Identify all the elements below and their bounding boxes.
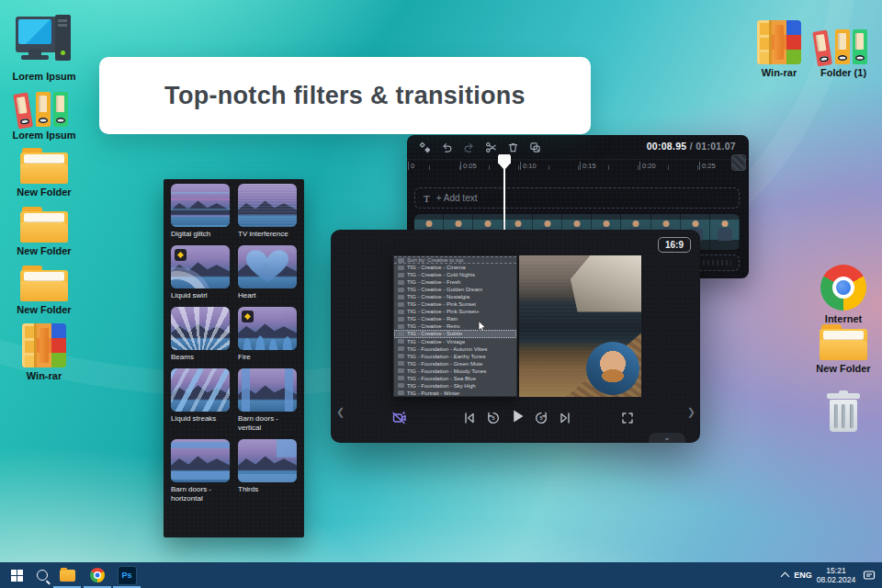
desktop-icon-new-folder-2[interactable]: New Folder — [9, 204, 79, 257]
taskbar-time: 15:21 — [826, 566, 845, 575]
timeline-zoom-chip[interactable] — [731, 154, 746, 171]
playback-controls: 5 5 — [331, 404, 700, 432]
filter-list-row[interactable]: TIG - Creative - Cinema — [394, 264, 516, 271]
filter-list-row[interactable]: TIG - Creative - Nostalgia — [394, 293, 516, 300]
filter-item[interactable]: Heart — [238, 245, 297, 300]
filter-thumbnail — [171, 245, 230, 288]
filter-item[interactable]: Barn doors - horizontal — [171, 439, 230, 503]
filter-item[interactable]: Fire — [238, 307, 297, 362]
premium-badge — [175, 249, 187, 261]
premium-badge — [242, 311, 254, 322]
timeline-toolbar: 00:08.95 / 01:01.07 — [407, 135, 749, 160]
filter-list-row[interactable]: TIG - Creative - Subtle — [394, 330, 516, 337]
taskbar-chrome-button[interactable] — [86, 562, 108, 588]
winrar-icon — [9, 322, 79, 368]
desktop-icon-binders[interactable]: Lorem Ipsum — [9, 88, 79, 141]
filter-list-row[interactable]: TIG - Foundation - Moody Tones — [394, 368, 516, 375]
desktop-icon-new-folder-1[interactable]: New Folder — [9, 145, 79, 198]
filter-label: Digital glitch — [171, 230, 230, 239]
desktop-icon-winrar[interactable]: Win-rar — [9, 322, 79, 382]
filter-item[interactable]: TV interference — [238, 184, 297, 239]
filter-list-row[interactable]: TIG - Foundation - Sea Blue — [394, 375, 516, 382]
filter-thumbnail — [238, 368, 297, 412]
taskbar-clock[interactable]: 15:21 08.02.2024 — [812, 562, 860, 588]
filter-thumbnail — [238, 439, 297, 482]
text-track-add-text[interactable]: T + Add text — [414, 187, 740, 209]
filter-list-row[interactable]: TIG - Creative - Pink Sunset+ — [394, 308, 516, 315]
folder-icon — [9, 263, 79, 301]
ruler-tick: 0:10 — [520, 162, 537, 170]
filter-effect-overlay — [171, 368, 230, 412]
desktop-icon-new-folder-right[interactable]: New Folder — [810, 322, 876, 375]
scissors-icon[interactable] — [484, 141, 497, 153]
duplicate-icon[interactable] — [528, 141, 541, 153]
start-button[interactable] — [6, 562, 28, 588]
desktop-icon-label: Win-rar — [744, 67, 814, 79]
filter-thumbnail — [238, 307, 297, 350]
redo-icon[interactable] — [462, 141, 475, 153]
filter-label: Heart — [238, 291, 297, 300]
desktop-icon-internet[interactable]: Internet — [810, 263, 876, 325]
filter-item[interactable]: Digital glitch — [171, 184, 230, 239]
desktop-icon-label: Lorem Ipsum — [9, 130, 79, 141]
trash-icon[interactable] — [506, 141, 519, 153]
filter-thumbnail — [238, 245, 297, 288]
taskbar-photoshop-button[interactable]: Ps — [116, 562, 138, 588]
filter-item[interactable]: Beams — [171, 307, 230, 362]
collapse-chevron-button[interactable]: ⌄ — [649, 433, 685, 443]
filter-item[interactable]: Barn doors - vertical — [238, 368, 297, 433]
filter-label: Barn doors - vertical — [238, 414, 297, 433]
filter-list-row[interactable]: Sort by: Creative to top — [394, 256, 516, 264]
undo-icon[interactable] — [440, 141, 453, 153]
filter-list-row[interactable]: TIG - Portrait - Winter — [394, 390, 516, 397]
transitions-icon[interactable] — [418, 141, 431, 153]
taskbar-explorer-button[interactable] — [56, 562, 78, 588]
fullscreen-icon[interactable] — [617, 408, 638, 428]
skip-end-icon[interactable] — [555, 408, 575, 428]
headline-banner: Top-notch filters & transitions — [99, 57, 591, 134]
filter-list-row[interactable]: TIG - Creative - Retro — [394, 322, 516, 330]
magic-camera-icon[interactable] — [390, 408, 410, 428]
computer-icon — [9, 15, 79, 68]
timeline-ruler[interactable]: 00:050:100:150:200:25 — [407, 159, 749, 177]
desktop-icon-winrar-2[interactable]: Win-rar — [744, 17, 814, 79]
filter-list: Sort by: Creative to topTIG - Creative -… — [393, 255, 517, 397]
filter-list-row[interactable]: TIG - Creative - Vintage — [394, 338, 516, 345]
webcam-overlay — [586, 342, 639, 395]
filter-list-row[interactable]: TIG - Foundation - Green Mute — [394, 360, 516, 368]
action-center-icon[interactable] — [860, 562, 878, 588]
filter-item[interactable]: Thirds — [238, 439, 297, 503]
desktop-icon-label: New Folder — [9, 187, 79, 198]
forward-5-icon[interactable]: 5 — [531, 408, 551, 428]
filter-list-row[interactable]: TIG - Creative - Rain — [394, 315, 516, 322]
filter-effect-overlay — [238, 245, 297, 288]
filter-list-row[interactable]: TIG - Foundation - Earthy Tones — [394, 353, 516, 360]
desktop-icon-new-folder-3[interactable]: New Folder — [9, 263, 79, 316]
rewind-5-icon[interactable]: 5 — [483, 408, 503, 428]
chrome-icon — [90, 568, 105, 582]
filter-list-row[interactable]: TIG - Creative - Fresh — [394, 278, 516, 286]
filter-label: Beams — [171, 353, 230, 362]
desktop-icon-computer[interactable]: Lorem Ipsum — [9, 15, 79, 83]
filter-list-row[interactable]: TIG - Creative - Pink Sunset — [394, 300, 516, 308]
filter-list-row[interactable]: TIG - Creative - Golden Dream — [394, 286, 516, 293]
skip-start-icon[interactable] — [459, 408, 480, 428]
desktop-icon-folder-1[interactable]: Folder (1) — [808, 20, 878, 79]
taskbar-search-button[interactable] — [31, 562, 53, 588]
binders-icon — [808, 20, 878, 64]
filter-label: Liquid streaks — [171, 414, 230, 424]
mouse-cursor — [478, 320, 487, 336]
filter-item[interactable]: Liquid streaks — [171, 368, 230, 433]
preview-window: 16:9 Sort by: Creative to topTIG - Creat… — [331, 230, 700, 443]
play-icon[interactable] — [507, 406, 527, 426]
desktop-icon-label: New Folder — [9, 304, 79, 316]
chrome-icon — [810, 263, 876, 311]
filter-list-row[interactable]: TIG - Foundation - Sky High — [394, 382, 516, 390]
filter-item[interactable]: Liquid swirl — [171, 245, 230, 300]
desktop-icon-recycle-bin[interactable] — [814, 390, 873, 434]
filter-list-row[interactable]: TIG - Creative - Cold Nights — [394, 271, 516, 278]
filter-effect-overlay — [171, 439, 230, 482]
filter-list-row[interactable]: TIG - Foundation - Autumn Vibes — [394, 345, 516, 353]
search-icon — [37, 570, 48, 581]
aspect-ratio-badge[interactable]: 16:9 — [658, 237, 691, 253]
